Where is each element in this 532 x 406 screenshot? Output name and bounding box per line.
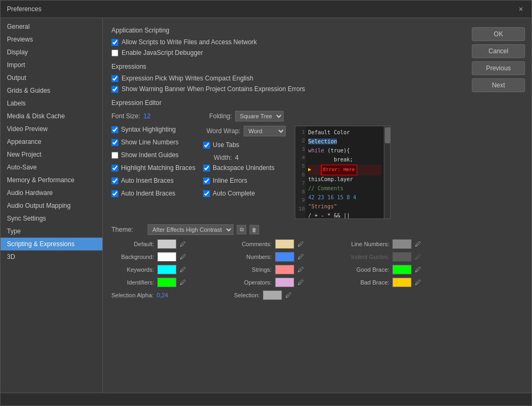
previous-button[interactable]: Previous: [472, 61, 525, 75]
identifiers-color-item: Identifiers: 🖊: [111, 278, 224, 287]
word-wrap-select[interactable]: Word None Character: [244, 126, 286, 136]
font-size-value[interactable]: 12: [143, 112, 150, 120]
line-numbers-color-item: Line Numbers: 🖊: [346, 239, 459, 249]
default-color-item: Default: 🖊: [111, 239, 224, 249]
bottom-bar: [1, 393, 531, 405]
enable-js-debugger-checkbox[interactable]: [111, 50, 118, 56]
sidebar-item-general[interactable]: General: [1, 20, 102, 33]
close-button[interactable]: ×: [517, 5, 525, 13]
selection-color-swatch[interactable]: [263, 290, 282, 300]
sidebar-item-audio-hardware[interactable]: Audio Hardware: [1, 186, 102, 199]
preferences-dialog: Preferences × GeneralPreviewsDisplayImpo…: [0, 0, 532, 406]
bad-brace-eyedropper[interactable]: 🖊: [415, 279, 421, 286]
copy-theme-button[interactable]: ⧉: [237, 225, 246, 234]
identifiers-color-label: Identifiers:: [111, 279, 154, 286]
auto-indent-braces-row: Auto Indent Braces: [111, 190, 197, 197]
sidebar: GeneralPreviewsDisplayImportOutputGrids …: [1, 18, 103, 393]
default-color-swatch[interactable]: [157, 239, 176, 249]
cancel-button[interactable]: Cancel: [472, 44, 525, 58]
sidebar-item-labels[interactable]: Labels: [1, 97, 102, 110]
delete-theme-button[interactable]: 🗑: [249, 225, 259, 234]
operators-eyedropper[interactable]: 🖊: [297, 279, 304, 286]
pick-whip-checkbox[interactable]: [111, 75, 118, 82]
inline-errors-label: Inline Errors: [213, 177, 247, 184]
default-eyedropper[interactable]: 🖊: [180, 240, 186, 248]
keywords-eyedropper[interactable]: 🖊: [180, 266, 186, 273]
sidebar-item-audio-output-mapping[interactable]: Audio Output Mapping: [1, 199, 102, 212]
show-line-numbers-checkbox[interactable]: [111, 139, 118, 146]
line-numbers-eyedropper[interactable]: 🖊: [415, 240, 421, 248]
auto-indent-braces-checkbox[interactable]: [111, 190, 118, 197]
numbers-color-item: Numbers: 🖊: [229, 252, 342, 262]
sidebar-item-previews[interactable]: Previews: [1, 33, 102, 46]
syntax-highlight-label: Syntax Highlighting: [121, 126, 176, 133]
folding-select[interactable]: Square Tree None Arrow: [235, 111, 284, 121]
numbers-eyedropper[interactable]: 🖊: [297, 253, 304, 261]
highlight-matching-row: Highlight Matching Braces: [111, 164, 197, 172]
comments-eyedropper[interactable]: 🖊: [297, 240, 304, 248]
warning-banner-checkbox[interactable]: [111, 86, 118, 93]
sidebar-item-3d[interactable]: 3D: [1, 250, 102, 263]
strings-eyedropper[interactable]: 🖊: [297, 266, 304, 273]
numbers-color-label: Numbers:: [229, 254, 272, 260]
keywords-color-swatch[interactable]: [157, 265, 176, 274]
sidebar-item-output[interactable]: Output: [1, 71, 102, 84]
theme-select[interactable]: After Effects High Contrast After Effect…: [148, 224, 233, 235]
sidebar-item-memory-and-performance[interactable]: Memory & Performance: [1, 174, 102, 186]
dialog-title: Preferences: [7, 5, 42, 13]
code-line-1: Default Color: [308, 128, 382, 137]
allow-scripts-row: Allow Scripts to Write Files and Access …: [111, 38, 459, 46]
backspace-unindents-checkbox[interactable]: [203, 165, 210, 172]
sidebar-item-new-project[interactable]: New Project: [1, 148, 102, 161]
bad-brace-color-swatch[interactable]: [392, 278, 412, 287]
identifiers-eyedropper[interactable]: 🖊: [180, 279, 186, 286]
indent-guides-eyedropper: 🖊: [415, 253, 421, 261]
syntax-highlight-checkbox[interactable]: [111, 126, 118, 133]
selection-color-item: Selection: 🖊: [217, 290, 292, 300]
strings-color-swatch[interactable]: [275, 265, 294, 274]
sidebar-item-video-preview[interactable]: Video Preview: [1, 123, 102, 135]
auto-complete-checkbox[interactable]: [203, 190, 210, 197]
indent-guides-color-swatch: [392, 252, 412, 262]
auto-insert-braces-checkbox[interactable]: [111, 177, 118, 184]
alpha-group: Selection Alpha: 0,24: [111, 292, 168, 298]
numbers-color-swatch[interactable]: [275, 252, 294, 262]
good-brace-color-swatch[interactable]: [392, 265, 412, 274]
comments-color-swatch[interactable]: [275, 239, 294, 249]
sidebar-item-import[interactable]: Import: [1, 59, 102, 71]
use-tabs-checkbox[interactable]: [203, 142, 210, 149]
code-preview: 1 2 3 4 5 6 7 8 9 10 Default Color: [295, 126, 391, 219]
show-indent-guides-checkbox[interactable]: [111, 152, 118, 159]
next-button[interactable]: Next: [472, 78, 525, 92]
sidebar-item-appearance[interactable]: Appearance: [1, 135, 102, 148]
sidebar-item-display[interactable]: Display: [1, 46, 102, 59]
sidebar-item-sync-settings[interactable]: Sync Settings: [1, 212, 102, 225]
sidebar-item-auto-save[interactable]: Auto-Save: [1, 161, 102, 174]
keywords-color-item: Keywords: 🖊: [111, 265, 224, 274]
highlight-matching-checkbox[interactable]: [111, 165, 118, 172]
operators-color-swatch[interactable]: [275, 278, 294, 287]
code-scrollbar[interactable]: [384, 126, 390, 218]
identifiers-color-swatch[interactable]: [157, 278, 176, 287]
background-color-swatch[interactable]: [157, 252, 176, 262]
sidebar-item-grids-and-guides[interactable]: Grids & Guides: [1, 84, 102, 97]
inline-errors-checkbox[interactable]: [203, 177, 210, 184]
line-numbers-color-swatch[interactable]: [392, 239, 412, 249]
line-numbers: 1 2 3 4 5 6 7 8 9 10: [295, 126, 306, 218]
sidebar-item-media-and-disk-cache[interactable]: Media & Disk Cache: [1, 110, 102, 123]
error-tooltip: Error: Here: [321, 165, 357, 175]
good-brace-eyedropper[interactable]: 🖊: [415, 266, 421, 273]
selection-eyedropper[interactable]: 🖊: [285, 291, 292, 299]
ok-button[interactable]: OK: [472, 27, 525, 41]
warning-banner-label: Show Warning Banner When Project Contain…: [122, 85, 305, 93]
content-area: Application Scripting Allow Scripts to W…: [103, 18, 467, 393]
font-size-label: Font Size:: [111, 112, 140, 120]
background-eyedropper[interactable]: 🖊: [180, 253, 186, 261]
show-line-numbers-label: Show Line Numbers: [121, 139, 179, 146]
highlight-matching-label: Highlight Matching Braces: [121, 164, 195, 172]
sidebar-item-scripting-and-expressions[interactable]: Scripting & Expressions: [1, 238, 102, 250]
sidebar-item-type[interactable]: Type: [1, 225, 102, 238]
allow-scripts-checkbox[interactable]: [111, 39, 118, 46]
auto-insert-braces-label: Auto Insert Braces: [121, 177, 174, 184]
selection-alpha-value[interactable]: 0,24: [157, 292, 168, 298]
